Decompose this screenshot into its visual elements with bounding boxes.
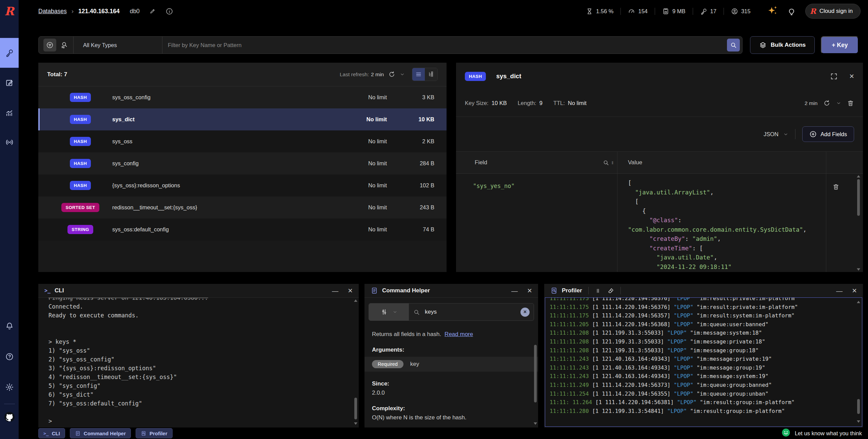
fullscreen-icon[interactable] — [830, 72, 838, 80]
cli-line: Ready to execute commands. — [48, 311, 359, 320]
key-row[interactable]: HASHsys_dictNo limit10 KB — [38, 108, 447, 130]
key-size: 2 KB — [387, 138, 434, 145]
key-row[interactable]: SORTED SETredisson__timeout__set:{sys_os… — [38, 196, 447, 218]
pause-icon[interactable] — [595, 288, 601, 294]
list-view-icon[interactable] — [412, 68, 425, 81]
minimize-helper-icon[interactable]: — — [511, 288, 518, 294]
command-helper-toggle-button[interactable]: Command Helper — [70, 428, 131, 438]
keys-panel: Total: 7 Last refresh: 2 min HASHsys_oss… — [38, 63, 447, 272]
key-type-dropdown[interactable]: All Key Types — [74, 37, 162, 54]
cli-line: > — [48, 417, 359, 425]
cli-scrollbar[interactable] — [354, 299, 357, 425]
key-row[interactable]: HASHsys_oss_configNo limit3 KB — [38, 86, 447, 108]
feedback-link[interactable]: Let us know what you think — [781, 428, 862, 439]
column-resize-handle[interactable]: ‖ — [612, 160, 614, 165]
sparkles-icon[interactable] — [768, 5, 778, 17]
bulk-actions-button[interactable]: Bulk Actions — [750, 36, 815, 54]
sliders-icon — [380, 308, 388, 316]
cli-toggle-button[interactable]: >_ CLI — [38, 428, 65, 438]
sidebar-item-settings[interactable] — [0, 372, 19, 402]
breadcrumb-databases-link[interactable]: Databases — [38, 8, 67, 15]
delete-field-icon[interactable] — [832, 183, 840, 190]
key-row[interactable]: HASHsys_configNo limit284 B — [38, 152, 447, 174]
key-ttl: No limit — [336, 138, 387, 145]
key-size: 3 KB — [387, 94, 434, 101]
key-ttl-value[interactable]: No limit — [568, 100, 587, 106]
key-type-badge: HASH — [70, 115, 91, 124]
sidebar-item-analytics[interactable] — [0, 98, 19, 127]
key-type-badge: STRING — [67, 225, 93, 234]
breadcrumb: Databases › 121.40.163.164 db0 — [38, 7, 173, 15]
json-line: "createTime": [ — [628, 244, 826, 253]
sidebar-item-workbench[interactable] — [0, 68, 19, 98]
command-filter-dropdown[interactable] — [369, 304, 409, 320]
key-icon — [700, 8, 707, 15]
profiler-line: 11:11:11.205 [1 111.14.220.194:56368] "L… — [550, 320, 862, 329]
since-value: 2.0.0 — [364, 390, 538, 396]
cli-line — [48, 320, 359, 329]
field-name-cell[interactable]: "sys_yes_no" — [473, 183, 515, 189]
key-type-badge: HASH — [70, 159, 91, 168]
add-fields-button[interactable]: Add Fields — [802, 126, 854, 142]
sidebar-item-pubsub[interactable] — [0, 127, 19, 157]
sidebar-item-github[interactable] — [0, 409, 19, 426]
key-row[interactable]: HASHsys_ossNo limit2 KB — [38, 130, 447, 152]
close-details-icon[interactable]: × — [849, 72, 854, 80]
tree-view-icon[interactable] — [425, 68, 437, 81]
search-icon[interactable] — [727, 39, 740, 51]
details-scrollbar[interactable] — [857, 175, 860, 271]
profiler-line: 11:11:11.208 [1 121.199.31.3:55033] "LPO… — [550, 329, 862, 337]
sidebar-item-help[interactable] — [0, 341, 19, 372]
key-name: sys_oss_config — [112, 94, 336, 101]
minimize-cli-icon[interactable]: — — [332, 288, 338, 294]
cloud-sign-in-button[interactable]: R Cloud sign in — [805, 4, 861, 19]
key-filter-container: All Key Types — [38, 36, 743, 54]
clear-log-icon[interactable] — [607, 287, 614, 294]
close-helper-icon[interactable]: × — [527, 287, 532, 295]
profiler-line: 11:11:11.254 [1 111.14.220.194:56355] "L… — [550, 390, 862, 398]
key-type-badge: HASH — [465, 72, 486, 81]
key-row[interactable]: HASH{sys_oss}:redisson_optionsNo limit10… — [38, 174, 447, 196]
refresh-icon[interactable] — [388, 71, 395, 78]
filter-bar: All Key Types Bulk Actions + Key — [38, 36, 863, 54]
key-row[interactable]: STRINGsys_oss:default_configNo limit74 B — [38, 218, 447, 241]
document-icon — [75, 431, 81, 436]
json-line: "@class": — [628, 216, 826, 225]
sidebar-item-browser[interactable] — [0, 38, 19, 68]
format-dropdown[interactable]: JSON — [764, 131, 788, 138]
plus-circle-icon — [809, 130, 817, 138]
profiler-log[interactable]: 11:11:11.175 [1 111.14.220.194:56376] "L… — [545, 297, 862, 427]
field-column-header[interactable]: Field — [475, 159, 487, 166]
header-actions: R Cloud sign in — [768, 4, 861, 19]
helper-scrollbar[interactable] — [534, 345, 537, 425]
delete-key-icon[interactable] — [847, 100, 854, 107]
lightbulb-icon[interactable] — [787, 7, 796, 16]
field-value-cell[interactable]: [ "java.util.ArrayList", [ { "@class":"c… — [617, 174, 826, 272]
info-icon[interactable] — [165, 7, 173, 15]
key-name: sys_oss:default_config — [112, 226, 336, 233]
cli-output[interactable]: Pinging Redis server on 121.40.163.164:6… — [38, 298, 359, 427]
key-ttl: No limit — [336, 94, 387, 101]
refresh-options-chevron-icon[interactable] — [836, 101, 841, 106]
command-helper-titlebar: Command Helper — × — [364, 284, 538, 298]
profiler-scrollbar[interactable] — [857, 301, 860, 423]
command-search-input[interactable] — [424, 308, 516, 316]
clear-search-icon[interactable]: × — [520, 308, 530, 317]
scan-icon[interactable] — [60, 41, 68, 49]
key-search-input[interactable] — [167, 42, 727, 49]
add-key-button[interactable]: + Key — [821, 36, 859, 54]
refresh-options-chevron-icon[interactable] — [400, 72, 405, 77]
value-column-header[interactable]: Value — [628, 159, 642, 166]
filter-icon[interactable] — [43, 39, 56, 51]
minimize-profiler-icon[interactable]: — — [836, 288, 843, 294]
key-details-header: HASH sys_dict × — [456, 63, 863, 90]
close-profiler-icon[interactable]: × — [852, 287, 857, 295]
sidebar-item-notifications[interactable] — [0, 311, 19, 341]
edit-database-icon[interactable] — [149, 8, 156, 15]
search-fields-icon[interactable] — [603, 159, 609, 166]
close-cli-icon[interactable]: × — [348, 287, 353, 295]
profiler-toggle-button[interactable]: Profiler — [136, 428, 173, 438]
read-more-link[interactable]: Read more — [445, 331, 473, 337]
database-stats: 1.56 % 154 9 MB 17 315 — [579, 8, 757, 15]
refresh-icon[interactable] — [823, 100, 830, 107]
